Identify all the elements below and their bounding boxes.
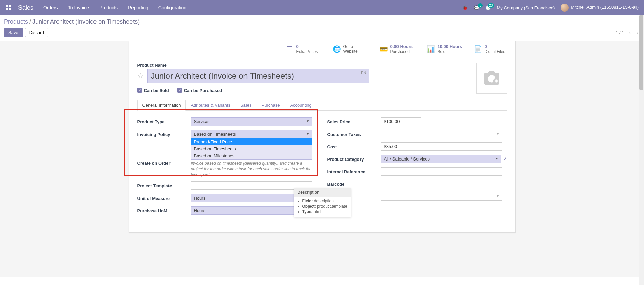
cost-label: Cost [327,142,381,149]
field-tooltip: Description Field: description Object: p… [294,188,351,217]
tooltip-key: Object: [302,204,316,209]
dropdown-option[interactable]: Prepaid/Fixed Price [191,138,312,145]
cost-input[interactable]: $85.00 [381,142,502,151]
messaging-icon[interactable]: 💬5 [474,5,479,10]
stat-sold[interactable]: 📊 10.00 HoursSold [421,41,468,57]
globe-icon: 🌐 [333,45,340,53]
tab-accounting[interactable]: Accounting [285,100,316,111]
stat-website[interactable]: 🌐 Go to Website [327,41,374,57]
product-name-value: Junior Architect (Invoice on Timesheets) [151,71,294,80]
tooltip-val: html [313,209,321,214]
product-type-select[interactable]: Service ▼ [191,117,312,126]
tab-general-information[interactable]: General Information [137,100,186,111]
stat-label: Sold [438,49,462,54]
breadcrumb: Products / Junior Architect (Invoice on … [4,18,640,25]
external-link-icon[interactable]: ↗ [503,156,507,162]
uom-label: Unit of Measure [137,194,191,201]
form-sheet: ☰ 0Extra Prices 🌐 Go to Website 💳 0.00 H… [129,41,516,233]
tab-attributes-variants[interactable]: Attributes & Variants [186,100,235,111]
chevron-down-icon: ▼ [306,119,310,123]
can-be-purchased-checkbox[interactable]: ✓Can be Purchased [177,88,222,93]
dropdown-option[interactable]: Based on Timesheets [191,145,312,152]
stat-label: Extra Prices [296,49,318,54]
activities-badge: 23 [488,3,494,8]
stat-purchased[interactable]: 💳 0.00 HoursPurchased [374,41,421,57]
scrollbar[interactable] [639,15,644,277]
project-template-label: Project Template [137,181,191,188]
extra-select[interactable]: ▼ [381,192,502,201]
pager-prev[interactable]: ‹ [628,30,632,36]
nav-products[interactable]: Products [99,5,118,10]
dropdown-option[interactable]: Based on Milestones [191,152,312,159]
tooltip-val: description [313,199,334,203]
apps-icon[interactable] [5,5,11,11]
internal-ref-input[interactable] [381,167,502,176]
stat-digital-files[interactable]: 📄 0Digital Files [468,41,515,57]
uom-value: Hours [194,195,206,201]
product-name-label: Product Name [137,63,507,68]
scrollbar-thumb[interactable] [639,15,643,90]
stat-extra-prices[interactable]: ☰ 0Extra Prices [280,41,327,57]
sales-price-label: Sales Price [327,117,381,124]
pager-count: 1 / 1 [616,30,624,35]
debug-icon[interactable]: 🐞 [462,5,468,10]
nav-to-invoice[interactable]: To Invoice [68,5,89,10]
tooltip-key: Type: [302,209,313,214]
can-be-sold-label: Can be Sold [144,88,169,93]
purchase-uom-label: Purchase UoM [137,206,191,213]
pager: 1 / 1 ‹ › [616,30,640,36]
sales-price-value: $100.00 [384,119,400,124]
file-icon: 📄 [474,45,481,53]
messaging-badge: 5 [478,3,483,8]
product-name-input[interactable]: Junior Architect (Invoice on Timesheets)… [147,69,369,83]
favorite-star-icon[interactable]: ☆ [137,72,144,80]
barcode-label: Barcode [327,180,381,187]
chevron-down-icon: ▼ [306,132,310,136]
barcode-input[interactable] [381,180,502,188]
product-category-value: All / Saleable / Services [384,156,430,162]
save-button[interactable]: Save [4,28,23,37]
internal-ref-label: Internal Reference [327,167,381,174]
nav-reporting[interactable]: Reporting [128,5,148,10]
discard-button[interactable]: Discard [25,28,48,37]
customer-taxes-label: Customer Taxes [327,130,381,137]
user-label: Mitchell Admin (11650811-15-0-all) [571,5,639,10]
customer-taxes-input[interactable]: ▼ [381,130,502,138]
company-switcher[interactable]: My Company (San Francisco) [497,5,555,10]
tooltip-val: product.template [316,204,347,209]
product-category-select[interactable]: All / Saleable / Services▼ [381,155,501,163]
tooltip-key: Field: [302,199,313,203]
can-be-sold-checkbox[interactable]: ✓Can be Sold [137,88,169,93]
uom-select[interactable]: Hours [191,194,311,202]
product-type-label: Product Type [137,117,191,124]
product-image-placeholder[interactable] [476,63,507,94]
stat-value: 10.00 Hours [438,44,462,49]
breadcrumb-current: Junior Architect (Invoice on Timesheets) [32,18,140,25]
stat-label: Go to Website [343,44,358,54]
sales-price-input[interactable]: $100.00 [381,117,421,126]
stat-value: 0 [485,44,505,49]
invoicing-policy-select[interactable]: Based on Timesheets ▼ [191,130,312,138]
breadcrumb-parent[interactable]: Products [4,18,28,25]
invoicing-policy-value: Based on Timesheets [194,132,236,137]
chevron-down-icon: ▼ [496,194,500,198]
check-icon: ✓ [177,88,182,93]
create-on-order-label: Create on Order [137,158,191,166]
nav-orders[interactable]: Orders [43,5,58,10]
nav-configuration[interactable]: Configuration [158,5,186,10]
product-category-label: Product Category [327,155,381,162]
cost-value: $85.00 [384,144,397,149]
tab-sales[interactable]: Sales [235,100,257,111]
app-brand[interactable]: Sales [18,4,33,11]
lang-indicator[interactable]: EN [361,71,366,75]
can-be-purchased-label: Can be Purchased [184,88,222,93]
stat-value: 0 [296,44,318,49]
tab-purchase[interactable]: Purchase [256,100,285,111]
check-icon: ✓ [137,88,142,93]
user-menu[interactable]: Mitchell Admin (11650811-15-0-all) [561,4,639,12]
stat-label: Digital Files [485,49,505,54]
activities-icon[interactable]: 🕓23 [485,5,491,10]
stat-value: 0.00 Hours [390,44,413,49]
tooltip-title: Description [294,188,351,197]
top-nav: Sales Orders To Invoice Products Reporti… [0,0,644,15]
